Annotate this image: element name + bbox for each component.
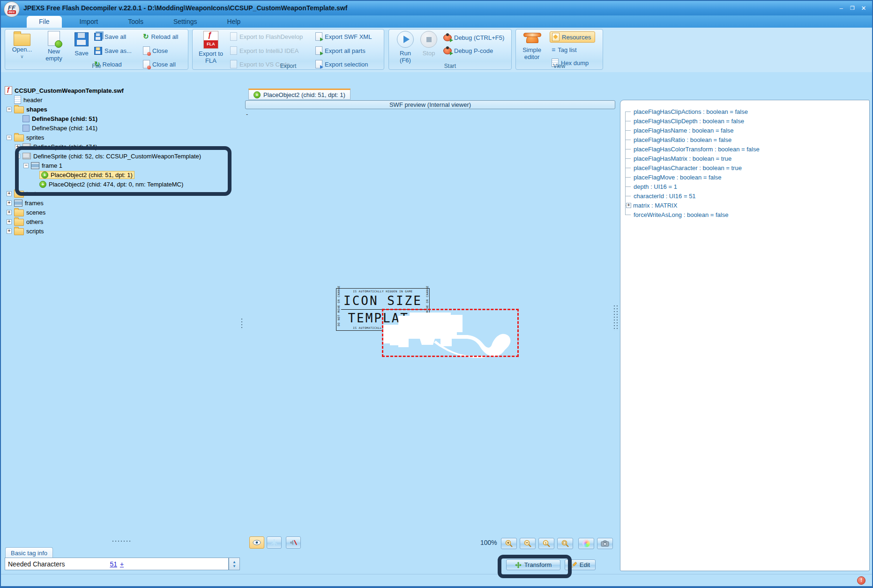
collapse-icon[interactable]: − — [7, 135, 12, 140]
tree-item-label[interactable]: shapes — [26, 106, 47, 113]
resources-view-button[interactable]: Resources — [550, 31, 595, 43]
property-row[interactable]: depth : UI16 = 1 — [620, 182, 869, 191]
tree-item-placeobject2-474[interactable]: + PlaceObject2 (chid: 474, dpt: 0, nm: T… — [3, 179, 239, 189]
zoom-out-button[interactable] — [520, 538, 536, 549]
property-row[interactable]: placeFlagHasClipDepth : boolean = false — [620, 116, 869, 126]
basic-tag-info-tab[interactable]: Basic tag info — [5, 547, 53, 558]
menu-tab-import[interactable]: Import — [67, 16, 111, 28]
right-splitter-handle[interactable] — [613, 305, 619, 331]
tree-item-header[interactable]: header — [3, 95, 239, 104]
tree-item-defineshape-141[interactable]: DefineShape (chid: 141) — [3, 123, 239, 133]
background-color-button[interactable] — [578, 538, 594, 549]
tree-item-label[interactable]: PlaceObject2 (chid: 51, dpt: 1) — [51, 171, 133, 179]
export-all-parts-button[interactable]: Export all parts — [315, 45, 366, 56]
property-row[interactable]: placeFlagHasClipActions : boolean = fals… — [620, 107, 869, 116]
collapse-icon[interactable]: − — [7, 107, 12, 112]
tree-item-shapes[interactable]: − shapes — [3, 104, 239, 114]
export-swf-xml-button[interactable]: Export SWF XML — [315, 31, 372, 42]
menu-tab-settings[interactable]: Settings — [161, 16, 209, 28]
bottom-splitter-handle[interactable] — [112, 540, 132, 543]
tree-item-scripts[interactable]: + scripts — [3, 226, 239, 236]
zoom-in-button[interactable] — [501, 538, 517, 549]
tree-item-others[interactable]: + others — [3, 217, 239, 226]
tag-list-button[interactable]: ≡ Tag list — [552, 45, 577, 55]
tree-item-scenes[interactable]: + scenes — [3, 208, 239, 217]
property-row[interactable]: placeFlagHasCharacter : boolean = true — [620, 163, 869, 172]
property-row[interactable]: placeFlagMove : boolean = false — [620, 172, 869, 182]
debug-button[interactable]: Debug (CTRL+F5) — [443, 32, 504, 43]
property-row[interactable]: forceWriteAsLong : boolean = false — [620, 210, 869, 219]
close-button[interactable]: ✕ — [859, 4, 868, 13]
tree-item-root[interactable]: CCSUP_CustomWeaponTemplate.swf — [3, 86, 239, 95]
tree-item-label[interactable]: frame 1 — [42, 162, 62, 169]
expand-icon[interactable]: + — [7, 229, 12, 234]
tree-item-frame-1[interactable]: − frame 1 — [3, 161, 239, 170]
new-empty-button[interactable]: New empty — [41, 31, 67, 62]
tree-item-label[interactable]: texts — [26, 190, 39, 197]
tree-item-definesprite-52[interactable]: − DefineSprite (chid: 52, cls: CCSUP_Cus… — [3, 151, 239, 161]
export-to-fla-button[interactable]: FLA Export to FLA — [197, 31, 224, 64]
tree-item-label[interactable]: PlaceObject2 (chid: 474, dpt: 0, nm: Tem… — [49, 181, 183, 188]
tree-item-frames[interactable]: + frames — [3, 198, 239, 208]
expand-icon[interactable]: + — [15, 144, 20, 149]
collapse-icon[interactable]: − — [23, 163, 29, 168]
snapshot-button[interactable] — [597, 538, 613, 549]
minimize-button[interactable]: – — [836, 4, 846, 13]
tree-item-label[interactable]: DefineShape (chid: 141) — [32, 125, 97, 132]
debug-pcode-button[interactable]: Debug P-code — [443, 45, 493, 56]
chevron-down-icon[interactable]: ∨ — [20, 53, 23, 60]
property-row[interactable]: characterId : UI16 = 51 — [620, 191, 869, 201]
zoom-fit-button[interactable] — [557, 538, 573, 549]
tree-item-definesprite-474[interactable]: + DefineSprite (chid: 474) — [3, 142, 239, 151]
warning-icon[interactable]: ! — [857, 576, 866, 585]
preview-tab[interactable]: + PlaceObject2 (chid: 51, dpt: 1) — [248, 89, 351, 100]
tree-item-label[interactable]: DefineSprite (chid: 474) — [33, 143, 97, 150]
left-splitter-handle[interactable] — [240, 318, 243, 330]
selected-tree-item[interactable]: + PlaceObject2 (chid: 51, dpt: 1) — [39, 171, 134, 179]
mute-button[interactable] — [286, 536, 301, 549]
maximize-button[interactable]: ❐ — [848, 4, 857, 13]
property-row[interactable]: placeFlagHasMatrix : boolean = true — [620, 154, 869, 163]
tree-item-texts[interactable]: + texts — [3, 189, 239, 198]
expand-icon[interactable]: + — [7, 210, 12, 215]
menu-tab-tools[interactable]: Tools — [116, 16, 156, 28]
reload-all-button[interactable]: ↻ Reload all — [143, 31, 178, 42]
zoom-100-button[interactable]: 1 — [538, 538, 554, 549]
needed-character-link[interactable]: 51 — [110, 560, 117, 568]
open-button[interactable]: Open... ∨ — [8, 31, 36, 60]
save-as-button[interactable]: Save as... — [94, 45, 132, 56]
tree-item-defineshape-51[interactable]: DefineShape (chid: 51) — [3, 114, 239, 123]
freeze-button[interactable] — [267, 536, 282, 549]
run-button[interactable]: Run (F6) — [395, 31, 416, 64]
menu-tab-help[interactable]: Help — [215, 16, 253, 28]
transform-button[interactable]: Transform — [506, 559, 560, 570]
tree-item-label[interactable]: scripts — [26, 228, 44, 235]
visibility-toggle-button[interactable] — [249, 536, 264, 549]
expand-icon[interactable]: + — [7, 219, 12, 224]
expand-icon[interactable]: + — [7, 201, 12, 206]
save-button[interactable]: Save — [71, 31, 92, 57]
simple-editor-button[interactable]: Simple editor — [519, 31, 545, 60]
collapse-icon[interactable]: − — [15, 154, 20, 159]
property-row[interactable]: placeFlagHasName : boolean = false — [620, 126, 869, 135]
expand-icon[interactable]: + — [626, 203, 631, 208]
spinner-up-icon[interactable]: ▲ — [232, 560, 236, 564]
menu-tab-file[interactable]: File — [27, 16, 62, 28]
property-row[interactable]: placeFlagHasColorTransform : boolean = f… — [620, 144, 869, 154]
selection-dash-rectangle[interactable] — [382, 309, 519, 357]
tree-item-label[interactable]: sprites — [26, 134, 44, 141]
close-file-button[interactable]: Close — [143, 45, 168, 56]
property-row-matrix[interactable]: + matrix : MATRIX — [620, 201, 869, 210]
tree-item-label[interactable]: header — [23, 97, 42, 104]
tree-item-label[interactable]: DefineShape (chid: 51) — [32, 115, 97, 122]
tree-item-label[interactable]: others — [26, 218, 43, 225]
save-all-button[interactable]: Save all — [94, 31, 126, 42]
add-character-link[interactable]: + — [120, 560, 124, 568]
tree-item-label[interactable]: scenes — [26, 209, 45, 216]
tree-item-label[interactable]: frames — [25, 200, 44, 207]
edit-button[interactable]: Edit — [565, 559, 596, 570]
spinner-down-icon[interactable]: ▼ — [232, 564, 236, 568]
property-row[interactable]: placeFlagHasRatio : boolean = false — [620, 135, 869, 144]
tree-item-label[interactable]: CCSUP_CustomWeaponTemplate.swf — [15, 87, 124, 94]
needed-characters-spinner[interactable]: ▲ ▼ — [229, 558, 240, 570]
